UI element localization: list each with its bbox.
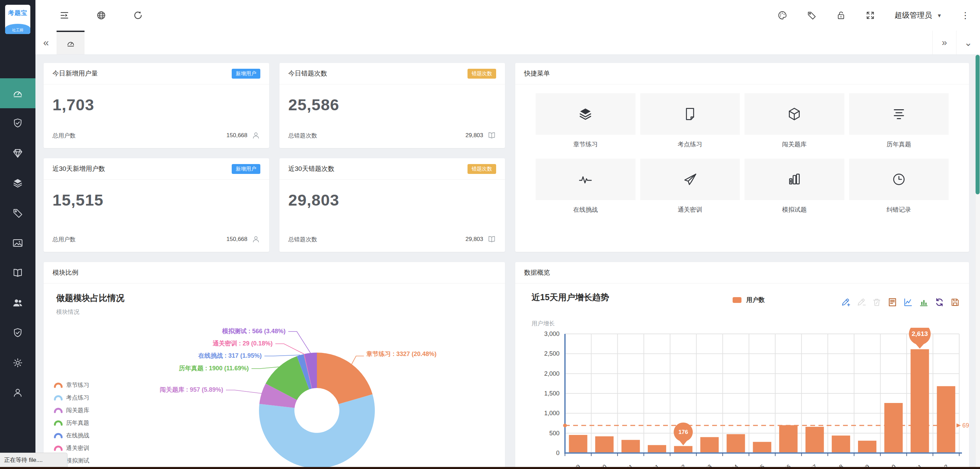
stat-card-today-new-users: 今日新增用户量 新增用户 1,703 总用户数 150,668 xyxy=(44,63,269,148)
series-color-chip xyxy=(733,297,741,303)
donut-chart: 章节练习 : 3327 (20.48%)闯关题库 : 957 (5.89%)历年… xyxy=(44,284,505,469)
panel-title: 数据概览 xyxy=(524,268,550,277)
sidebar-item-5-image[interactable] xyxy=(0,228,35,258)
window-bottom-edge xyxy=(0,467,980,469)
sidebar-item-9-gear[interactable] xyxy=(0,348,35,378)
module-ratio-panel: 模块比例 做题模块占比情况 模块情况 章节练习考点练习闯关题库历年真题在线挑战通… xyxy=(44,262,505,469)
sidebar-item-10-user[interactable] xyxy=(0,378,35,408)
bar-20230401 xyxy=(648,445,666,453)
sidebar-item-7-users[interactable] xyxy=(0,288,35,318)
quick-menu-item-mock[interactable]: 模拟试题 xyxy=(745,158,845,214)
svg-text:1,000: 1,000 xyxy=(544,410,560,417)
users-icon xyxy=(12,297,24,309)
sidebar-item-0-gauge[interactable] xyxy=(0,78,35,108)
toolbox-edit-remove-icon[interactable] xyxy=(856,297,866,307)
svg-text:3,000: 3,000 xyxy=(544,331,560,337)
bar-20230406 xyxy=(779,425,798,453)
image-icon xyxy=(12,237,24,249)
quick-menu-item-chapter[interactable]: 章节练习 xyxy=(536,93,635,148)
gauge-icon xyxy=(66,39,75,48)
mock-icon xyxy=(786,171,802,187)
toolbox-edit-add-icon[interactable] xyxy=(840,297,851,307)
unlock-icon[interactable] xyxy=(836,10,846,21)
quick-menu-item-clock[interactable]: 纠错记录 xyxy=(849,158,949,214)
clock-icon xyxy=(891,171,907,187)
refresh-icon[interactable] xyxy=(133,10,143,21)
pie-label: 历年真题 : 1900 (11.69%) xyxy=(178,365,249,372)
quick-menu-item-label: 考点练习 xyxy=(640,140,740,148)
bar-20230412 xyxy=(937,386,955,453)
quick-menu-item-pulse[interactable]: 在线挑战 xyxy=(536,158,635,214)
bar-legend-item[interactable]: 用户数 xyxy=(733,296,765,304)
app-logo[interactable]: 考题宝 社工师 xyxy=(5,5,30,34)
topbar: 超级管理员 ▼ ⋮ xyxy=(35,0,980,31)
stat-card-30d-new-users: 近30天新增用户数 新增用户 15,515 总用户数 150,668 xyxy=(44,158,269,252)
bar-20230408 xyxy=(832,436,850,453)
toolbox-restore-icon[interactable] xyxy=(934,297,945,307)
book-icon xyxy=(487,235,496,244)
svg-text:0: 0 xyxy=(556,450,560,456)
toolbox-data-view-icon[interactable] xyxy=(887,297,897,307)
sidebar-item-1-shield-check[interactable] xyxy=(0,108,35,138)
pie-slice-章节练习[interactable] xyxy=(317,353,372,404)
app-logo-subtitle: 社工师 xyxy=(5,24,30,34)
topbar-right-icons xyxy=(777,10,875,21)
tabs-scroll-left-icon[interactable]: « xyxy=(35,31,57,54)
tab-dashboard[interactable] xyxy=(57,31,84,54)
palette-icon[interactable] xyxy=(777,10,788,21)
bar-20230404 xyxy=(727,434,745,453)
quick-menu-item-cube[interactable]: 闯关题库 xyxy=(745,93,845,148)
collapse-menu-icon[interactable] xyxy=(59,10,70,21)
diamond-icon xyxy=(12,147,24,159)
quick-menu-item-label: 历年真题 xyxy=(849,140,949,148)
globe-icon[interactable] xyxy=(96,10,106,21)
bar-chart-title: 近15天用户增长趋势 xyxy=(531,292,609,303)
toolbox-save-image-icon[interactable] xyxy=(950,297,960,307)
sidebar-item-6-book[interactable] xyxy=(0,258,35,288)
page-scrollbar[interactable] xyxy=(975,55,980,467)
panel-title: 模块比例 xyxy=(52,268,78,277)
tabs-scroll-right-icon[interactable]: » xyxy=(932,31,956,54)
pulse-icon xyxy=(578,171,593,187)
chevron-down-icon: ▼ xyxy=(937,13,942,18)
card-title: 今日新增用户量 xyxy=(52,69,98,78)
stat-card-30d-wrong-answers: 近30天错题次数 错题次数 29,803 总错题次数 29,803 xyxy=(279,158,505,252)
book-icon xyxy=(12,267,24,279)
scrollbar-thumb[interactable] xyxy=(975,55,980,194)
stat-card-today-wrong-answers: 今日错题次数 错题次数 25,586 总错题次数 29,803 xyxy=(279,63,505,148)
lines-icon xyxy=(891,106,907,122)
topbar-left-icons xyxy=(59,10,143,21)
app-window: 考题宝 社工师 超级管理员 ▼ ⋮ « » ⌄ xyxy=(0,0,980,469)
kebab-menu-icon[interactable]: ⋮ xyxy=(961,11,970,20)
user-icon xyxy=(251,235,260,244)
card-value: 15,515 xyxy=(52,190,260,209)
pie-label: 在线挑战 : 317 (1.95%) xyxy=(198,352,262,359)
toolbox-switch-bar-icon[interactable] xyxy=(919,297,929,307)
pie-label-line xyxy=(288,331,310,353)
sidebar-item-8-shield-check[interactable] xyxy=(0,318,35,348)
bar-chart-subtitle: 用户增长 xyxy=(531,320,555,327)
card-value: 25,586 xyxy=(288,95,496,114)
pie-label: 通关密训 : 29 (0.18%) xyxy=(213,340,273,347)
status-badge: 错题次数 xyxy=(468,69,496,79)
user-icon xyxy=(12,387,24,399)
toolbox-clear-icon[interactable] xyxy=(872,297,882,307)
shield-check-icon xyxy=(12,327,24,339)
card-footer-value: 150,668 xyxy=(227,236,247,242)
quick-menu-item-plane[interactable]: 通关密训 xyxy=(640,158,740,214)
quick-menu-item-lines[interactable]: 历年真题 xyxy=(849,93,949,148)
svg-text:2,500: 2,500 xyxy=(544,350,560,357)
plane-icon xyxy=(682,171,698,187)
quick-menu-grid: 章节练习考点练习闯关题库历年真题在线挑战通关密训模拟试题纠错记录 xyxy=(536,93,949,214)
sidebar-item-2-diamond[interactable] xyxy=(0,138,35,168)
sidebar-item-4-tag[interactable] xyxy=(0,198,35,228)
user-menu[interactable]: 超级管理员 ▼ xyxy=(894,10,942,21)
quick-menu-item-label: 模拟试题 xyxy=(745,206,845,214)
toolbox-switch-line-icon[interactable] xyxy=(903,297,913,307)
price-tag-icon[interactable] xyxy=(807,10,817,21)
fullscreen-icon[interactable] xyxy=(865,10,875,21)
tabs-dropdown-icon[interactable]: ⌄ xyxy=(956,31,980,54)
sidebar-item-3-layers[interactable] xyxy=(0,168,35,198)
quick-menu-item-doc[interactable]: 考点练习 xyxy=(640,93,740,148)
quick-menu-item-label: 在线挑战 xyxy=(536,206,635,214)
